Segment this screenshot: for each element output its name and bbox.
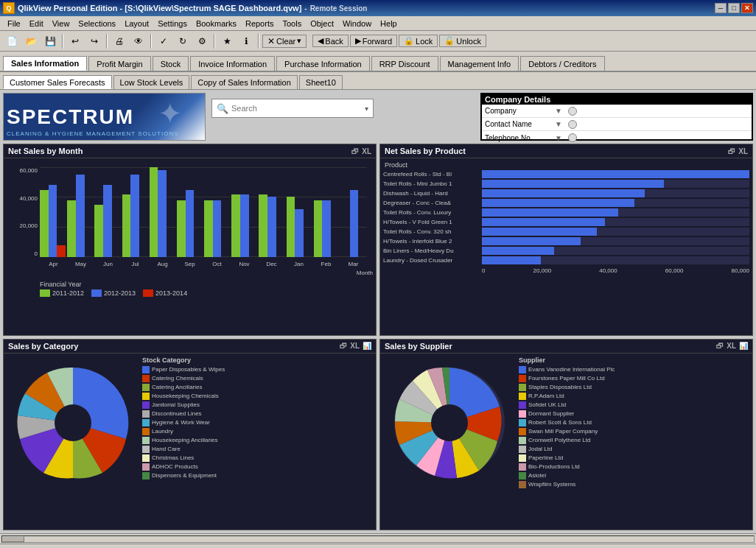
tb-redo[interactable]: ↪ <box>85 33 103 49</box>
tab-stock[interactable]: Stock <box>153 56 189 71</box>
chart-controls-product: 🗗 XL <box>728 147 748 155</box>
minimize-button[interactable]: ─ <box>715 3 727 13</box>
chart-product-icon2[interactable]: XL <box>738 147 748 155</box>
unlock-label: Unlock <box>456 37 481 46</box>
chart-sup-icon2[interactable]: XL <box>727 342 736 350</box>
cat-legend-5: Janitorial Supplies <box>142 401 373 409</box>
sup-legend-1: Evans Vanodine International Plc <box>519 366 749 373</box>
menu-layout[interactable]: Layout <box>120 18 153 29</box>
back-button[interactable]: ◀ Back <box>312 35 348 47</box>
product-row-8: H/Towels - Interfold Blue 2 <box>383 237 749 245</box>
tab-sales-information[interactable]: Sales Information <box>3 56 87 71</box>
chart-expand-icon[interactable]: XL <box>362 147 371 155</box>
menu-settings[interactable]: Settings <box>153 18 192 29</box>
search-dropdown-icon[interactable]: ▾ <box>365 105 368 113</box>
horizontal-scrollbar[interactable] <box>0 533 756 544</box>
tb-undo[interactable]: ↩ <box>66 33 84 49</box>
tab-management-info[interactable]: Management Info <box>440 56 519 71</box>
tab-debtors-creditors[interactable]: Debtors / Creditors <box>520 56 604 71</box>
y-label-0: 0 <box>7 250 38 257</box>
product-row-3: Dishwash - Liquid - Hard <box>383 189 749 197</box>
menu-file[interactable]: File <box>3 18 25 29</box>
sup-legend-13: Aslotel <box>519 472 749 480</box>
product-bar-9 <box>482 247 554 255</box>
search-input[interactable] <box>231 104 362 113</box>
sup-legend-3: Staples Disposables Ltd <box>519 384 749 391</box>
cat-label-10: Hand Care <box>152 446 181 452</box>
tab-profit-margin[interactable]: Profit Margin <box>88 56 150 71</box>
menu-edit[interactable]: Edit <box>25 18 48 29</box>
telephone-row[interactable]: Telephone No ▼ <box>482 131 752 144</box>
company-radio <box>568 107 577 116</box>
chart-controls-monthly: 🗗 XL <box>351 147 371 155</box>
chart-sup-icon1[interactable]: 🗗 <box>716 342 724 350</box>
clear-button[interactable]: ✕ Clear ▾ <box>262 35 307 48</box>
tb-bookmark[interactable]: ★ <box>218 33 236 49</box>
title-bar: Q QlikView Personal Edition - [S:\QlikVi… <box>0 0 756 16</box>
product-track-10 <box>482 256 749 264</box>
cat-legend-8: Laundry <box>142 428 373 435</box>
chart-cat-icon2[interactable]: XL <box>350 342 360 350</box>
menu-bookmarks[interactable]: Bookmarks <box>192 18 241 29</box>
chart-cat-icon1[interactable]: 🗗 <box>340 342 347 350</box>
search-box[interactable]: 🔍 ▾ <box>211 99 374 118</box>
cat-color-7 <box>142 419 150 426</box>
menu-tools[interactable]: Tools <box>278 18 306 29</box>
menu-help[interactable]: Help <box>376 18 402 29</box>
tab-sheet10[interactable]: Sheet10 <box>299 75 343 89</box>
close-button[interactable]: ✕ <box>741 3 753 13</box>
menu-view[interactable]: View <box>48 18 74 29</box>
chart-product-icon1[interactable]: 🗗 <box>728 147 735 155</box>
tb-open[interactable]: 📂 <box>22 33 40 49</box>
x-label-dec: Dec <box>258 261 285 267</box>
tb-save[interactable]: 💾 <box>41 33 59 49</box>
tb-print[interactable]: 🖨 <box>111 33 128 49</box>
logo-box: ✦ SPECTRUM CLEANING & HYGIENE MANAGEMENT… <box>3 93 206 141</box>
chart-sup-icon3[interactable]: 📊 <box>739 342 748 350</box>
forward-button[interactable]: ▶ Forward <box>350 35 397 47</box>
chart-controls-supplier: 🗗 XL 📊 <box>716 342 748 350</box>
tb-info[interactable]: ℹ <box>237 33 255 49</box>
bar-jan-2012 <box>295 209 304 257</box>
bar-jan-2011 <box>287 197 295 257</box>
menu-selections[interactable]: Selections <box>74 18 120 29</box>
sub-tab-bar: Customer Sales Forecasts Low Stock Level… <box>0 72 756 90</box>
bar-sep-2012 <box>186 190 195 258</box>
tb-preview[interactable]: 👁 <box>130 33 147 49</box>
menu-object[interactable]: Object <box>306 18 338 29</box>
tb-new[interactable]: 📄 <box>3 33 21 49</box>
contact-row[interactable]: Contact Name ▼ <box>482 118 752 131</box>
tb-settings[interactable]: ⚙ <box>193 33 211 49</box>
company-details-header: Company Details <box>482 94 752 105</box>
sup-label-6: Dormant Supplier <box>528 410 574 417</box>
product-track-2 <box>482 180 749 188</box>
tab-invoice-information[interactable]: Invoice Information <box>190 56 275 71</box>
bar-feb-2012 <box>322 200 331 257</box>
tb-select[interactable]: ✓ <box>155 33 172 49</box>
tab-purchase-information[interactable]: Purchase Information <box>276 56 370 71</box>
tab-copy-sales[interactable]: Copy of Sales Information <box>191 75 298 89</box>
chart-cat-icon3[interactable]: 📊 <box>363 342 371 350</box>
lock-button[interactable]: 🔒 Lock <box>399 35 438 47</box>
product-row-9: Bin Liners - Med/Heavy Du <box>383 247 749 255</box>
menu-reports[interactable]: Reports <box>241 18 279 29</box>
tb-refresh[interactable]: ↻ <box>174 33 192 49</box>
sup-legend-4: R.P.Adam Ltd <box>519 393 749 400</box>
unlock-button[interactable]: 🔓 Unlock <box>439 35 486 47</box>
tab-customer-forecasts[interactable]: Customer Sales Forecasts <box>3 75 112 89</box>
chart-minimize-icon[interactable]: 🗗 <box>351 147 359 155</box>
y-label-40k: 40,000 <box>7 195 38 202</box>
product-track-9 <box>482 247 749 255</box>
x-label-aug: Aug <box>149 261 176 267</box>
product-bar-6 <box>482 218 605 226</box>
maximize-button[interactable]: □ <box>728 3 740 13</box>
tab-low-stock[interactable]: Low Stock Levels <box>113 75 190 89</box>
company-row[interactable]: Company ▼ <box>482 105 752 118</box>
menu-window[interactable]: Window <box>338 18 376 29</box>
supplier-legend-title: Supplier <box>519 356 749 364</box>
tab-rrp-discount[interactable]: RRP Discount <box>371 56 438 71</box>
sup-legend-11: Paperline Ltd <box>519 454 749 462</box>
product-bar-5 <box>482 208 618 217</box>
cat-label-11: Christmas Lines <box>152 454 194 461</box>
svg-point-3 <box>431 404 468 441</box>
